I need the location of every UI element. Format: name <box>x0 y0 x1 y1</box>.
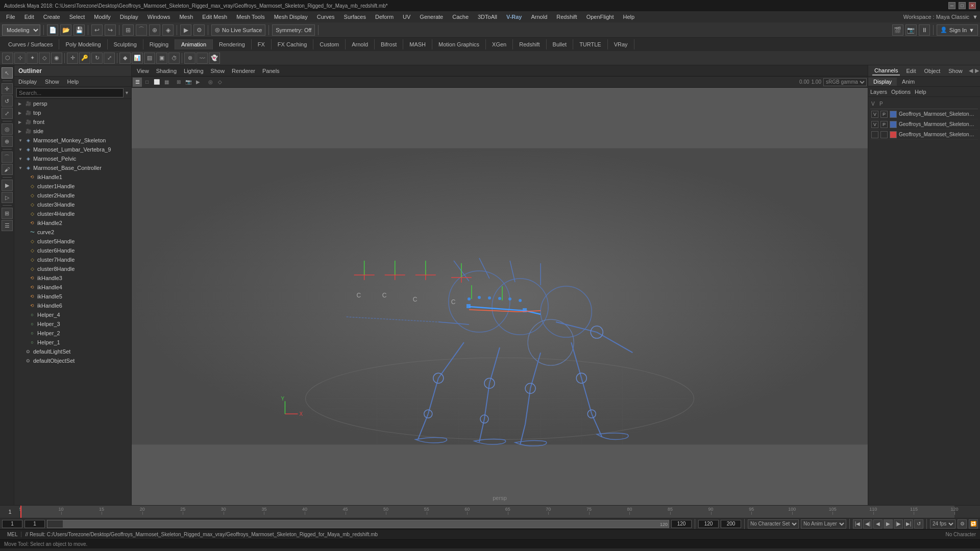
rotate-btn[interactable]: ↻ <box>91 53 103 64</box>
close-button[interactable]: ✕ <box>969 2 976 9</box>
channels-tab[interactable]: Channels <box>872 66 900 76</box>
menu-windows[interactable]: Windows <box>143 13 175 21</box>
ipr-icon[interactable]: ▷ <box>2 192 13 203</box>
tab-rendering[interactable]: Rendering <box>213 39 252 49</box>
tab-arnold[interactable]: Arnold <box>346 39 375 49</box>
layer3-p[interactable] <box>880 131 888 138</box>
move-tool-icon[interactable]: ✛ <box>2 83 13 94</box>
rpanel-arrow-right[interactable]: ▶ <box>975 67 979 74</box>
menu-create[interactable]: Create <box>39 13 64 21</box>
vp-grid-icon[interactable]: ⊞ <box>174 78 183 87</box>
render-view-icon[interactable]: ▶ <box>2 180 13 191</box>
soft-select-btn[interactable]: ◉ <box>51 53 62 64</box>
tab-rigging[interactable]: Rigging <box>143 39 175 49</box>
outliner-item-helper3[interactable]: ○ Helper_3 <box>14 319 131 329</box>
scale-btn[interactable]: ⤢ <box>104 53 115 64</box>
outliner-item-curve2[interactable]: 〜 curve2 <box>14 228 131 237</box>
menu-edit-mesh[interactable]: Edit Mesh <box>198 13 231 21</box>
insert-keyframe-btn[interactable]: 🔑 <box>79 53 90 64</box>
menu-display[interactable]: Display <box>116 13 142 21</box>
layer1-visible[interactable]: V <box>871 111 878 118</box>
layer-row-3[interactable]: Geoffroys_Marmoset_Skeleton_Rigged <box>870 130 978 140</box>
loop-btn[interactable]: ↺ <box>914 519 923 529</box>
outliner-item-defaultlightset[interactable]: ⊙ defaultLightSet <box>14 347 131 356</box>
play-back-btn[interactable]: ◀ <box>873 519 883 529</box>
step-forward-btn[interactable]: |▶ <box>894 519 903 529</box>
select-tool-icon[interactable]: ↖ <box>2 67 13 79</box>
outliner-item-cluster8[interactable]: ◇ cluster8Handle <box>14 264 131 273</box>
menu-uv[interactable]: UV <box>399 13 414 21</box>
tab-fx[interactable]: FX <box>252 39 272 49</box>
start-frame-input[interactable] <box>2 520 22 528</box>
show-manipulator-icon[interactable]: ⊕ <box>2 136 13 147</box>
layer2-visible[interactable]: V <box>871 121 878 128</box>
fps-dropdown[interactable]: 24 fps <box>930 519 955 529</box>
options-tab[interactable]: Options <box>891 89 911 95</box>
camera-btn[interactable]: 📷 <box>905 24 917 36</box>
outliner-item-lumbar[interactable]: ▼ ◈ Marmoset_Lumbar_Vertebra_9 <box>14 145 131 154</box>
maximize-button[interactable]: □ <box>959 2 966 9</box>
outliner-item-helper1[interactable]: ○ Helper_1 <box>14 338 131 347</box>
menu-mesh[interactable]: Mesh <box>175 13 197 21</box>
vp-menu-panels[interactable]: Panels <box>259 67 283 75</box>
outliner-item-ikhandle6[interactable]: ⟲ ikHandle6 <box>14 301 131 310</box>
constraint-btn[interactable]: ⊗ <box>184 53 195 64</box>
snap-point-btn[interactable]: ⊕ <box>149 24 160 36</box>
end-frame-input[interactable] <box>698 520 719 528</box>
pause-btn[interactable]: ⏸ <box>919 24 930 36</box>
menu-deform[interactable]: Deform <box>371 13 398 21</box>
outliner-item-persp[interactable]: ▶ 🎥 persp <box>14 99 131 108</box>
tab-xgen[interactable]: XGen <box>486 39 513 49</box>
vp-menu-lighting[interactable]: Lighting <box>181 67 207 75</box>
trax-editor-btn[interactable]: ▣ <box>156 53 167 64</box>
anim-layer-dropdown[interactable]: No Anim Layer <box>801 519 846 529</box>
snap-curve-btn[interactable]: ⌒ <box>136 24 147 36</box>
outliner-item-cluster7[interactable]: ◇ cluster7Handle <box>14 255 131 264</box>
outliner-help-menu[interactable]: Help <box>63 78 83 86</box>
mode-dropdown[interactable]: Modeling <box>2 24 40 36</box>
playback-start-input[interactable] <box>24 520 45 528</box>
time-slider-track[interactable]: 5101520253035404550556065707580859095100… <box>20 506 954 518</box>
menu-openflight[interactable]: OpenFlight <box>582 13 618 21</box>
time-editor-btn[interactable]: ⏱ <box>168 53 180 64</box>
vp-smooth-wireframe-icon[interactable]: ▦ <box>162 78 171 87</box>
vp-render-icon[interactable]: ▶ <box>193 78 203 87</box>
outliner-item-cluster5[interactable]: ◇ cluster5Handle <box>14 237 131 246</box>
outliner-display-menu[interactable]: Display <box>14 78 41 86</box>
outliner-item-cluster6[interactable]: ◇ cluster6Handle <box>14 246 131 255</box>
minimize-button[interactable]: ─ <box>948 2 955 9</box>
rpanel-arrow-left[interactable]: ◀ <box>969 67 973 74</box>
render-icon-btn[interactable]: 🎬 <box>892 24 903 36</box>
vp-toggle-icon[interactable]: ☰ <box>133 78 142 87</box>
select-mode-btn[interactable]: ⬡ <box>2 53 13 64</box>
menu-generate[interactable]: Generate <box>415 13 447 21</box>
go-start-btn[interactable]: |◀ <box>853 519 862 529</box>
char-set-dropdown[interactable]: No Character Set <box>748 519 799 529</box>
go-end-btn[interactable]: ▶| <box>904 519 913 529</box>
search-input[interactable] <box>16 88 124 97</box>
anim-tab[interactable]: Anim <box>897 78 920 86</box>
layer-row-2[interactable]: V P Geoffroys_Marmoset_Skeleton_Rigged_B… <box>870 119 978 130</box>
menu-curves[interactable]: Curves <box>313 13 339 21</box>
outliner-item-ikhandle5[interactable]: ⟲ ikHandle5 <box>14 292 131 301</box>
vp-wireframe-icon[interactable]: □ <box>142 78 152 87</box>
menu-3dtoall[interactable]: 3DToAll <box>474 13 501 21</box>
outliner-item-ikhandle4[interactable]: ⟲ ikHandle4 <box>14 283 131 292</box>
tab-curves-surfaces[interactable]: Curves / Surfaces <box>2 39 59 49</box>
tab-bifrost[interactable]: Bifrost <box>375 39 403 49</box>
lasso-icon[interactable]: ⌒ <box>2 152 13 163</box>
outliner-item-cluster2[interactable]: ◇ cluster2Handle <box>14 191 131 200</box>
menu-arnold[interactable]: Arnold <box>527 13 551 21</box>
menu-select[interactable]: Select <box>65 13 89 21</box>
tab-vray[interactable]: VRay <box>608 39 634 49</box>
outliner-item-cluster1[interactable]: ◇ cluster1Handle <box>14 182 131 191</box>
tab-animation[interactable]: Animation <box>175 39 213 49</box>
layers-tab[interactable]: Layers <box>870 89 887 95</box>
rotate-tool-icon[interactable]: ↺ <box>2 95 13 107</box>
tab-custom[interactable]: Custom <box>313 39 346 49</box>
anim-prefs-btn[interactable]: ⚙ <box>958 519 967 529</box>
scale-tool-icon[interactable]: ⤢ <box>2 108 13 119</box>
menu-surfaces[interactable]: Surfaces <box>340 13 370 21</box>
menu-cache[interactable]: Cache <box>448 13 473 21</box>
set-key-btn[interactable]: ◆ <box>119 53 131 64</box>
